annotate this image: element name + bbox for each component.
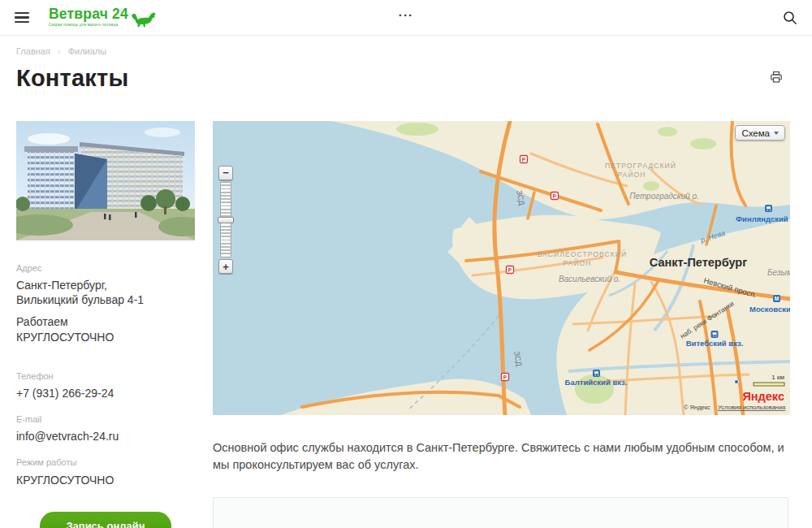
address-label: Адрес xyxy=(16,263,195,273)
zoom-in-button[interactable]: + xyxy=(218,259,233,274)
logo-title: Ветврач 24 xyxy=(49,7,128,22)
svg-text:Р: Р xyxy=(508,267,512,273)
map-label-island: Петроградский о. xyxy=(629,192,699,201)
svg-text:Васильевский о.: Васильевский о. xyxy=(559,275,620,283)
svg-text:М: М xyxy=(775,296,779,301)
svg-text:Р: Р xyxy=(503,374,508,380)
svg-text:РАЙОН: РАЙОН xyxy=(563,258,591,267)
schedule-label: Режим работы xyxy=(16,457,195,467)
print-icon[interactable] xyxy=(770,71,783,86)
map-canvas: Р Р Р Р xyxy=(213,121,790,415)
breadcrumb-separator: › xyxy=(58,46,61,56)
zoom-out-button[interactable]: − xyxy=(218,166,233,180)
contact-sidebar: Адрес Санкт-Петербург, Вилькицкий бульва… xyxy=(16,121,195,528)
rail-station-icon xyxy=(593,370,600,377)
phone-value: +7 (931) 266-29-24 xyxy=(16,386,195,400)
svg-text:Витебский вкз.: Витебский вкз. xyxy=(686,339,744,348)
svg-text:Р: Р xyxy=(522,157,526,162)
map-copyright: © Яндекс xyxy=(684,404,710,411)
svg-text:Балтийский вкз.: Балтийский вкз. xyxy=(565,378,628,387)
logo[interactable]: Ветврач 24 Скорая помощь для вашего пито… xyxy=(49,7,157,28)
chevron-down-icon xyxy=(774,132,779,135)
header: Ветврач 24 Скорая помощь для вашего пито… xyxy=(0,0,812,36)
svg-text:Московский: Московский xyxy=(749,305,790,314)
breadcrumb: Главная › Филиалы xyxy=(16,46,796,56)
office-description: Основной офис службы находится в Санкт-П… xyxy=(213,439,790,473)
schedule-value: КРУГЛОСУТОЧНО xyxy=(16,473,195,487)
svg-text:Р: Р xyxy=(553,193,557,199)
map-scale-label: 1 км xyxy=(771,374,784,381)
svg-text:РАЙОН: РАЙОН xyxy=(617,170,646,179)
yandex-map[interactable]: Р Р Р Р xyxy=(213,121,790,415)
phone-label: Телефон xyxy=(16,371,195,381)
zoom-slider[interactable] xyxy=(220,182,231,258)
rail-station-icon xyxy=(711,331,719,338)
breadcrumb-branches[interactable]: Филиалы xyxy=(68,46,107,56)
yandex-logo[interactable]: Яндекс xyxy=(742,390,784,403)
map-scale-bar xyxy=(754,383,784,386)
map-label-city: Санкт-Петербург xyxy=(650,256,748,269)
rail-station-icon xyxy=(765,205,772,212)
map-terms-link[interactable]: Условия использования xyxy=(718,404,785,411)
search-icon[interactable] xyxy=(783,11,797,25)
poi-dot xyxy=(734,379,738,383)
address-value: Санкт-Петербург, Вилькицкий бульвар 4-1 xyxy=(16,278,195,307)
contact-form-box xyxy=(213,497,788,528)
hamburger-menu-icon[interactable] xyxy=(15,12,29,24)
logo-tagline: Скорая помощь для вашего питомца xyxy=(49,24,128,28)
dog-icon xyxy=(131,9,157,28)
svg-text:Безымянный: Безымянный xyxy=(767,268,790,277)
map-label-district: ПЕТРОГРАДСКИЙ xyxy=(605,161,676,170)
office-photo xyxy=(16,121,195,240)
page-title: Контакты xyxy=(16,65,128,92)
online-booking-button[interactable]: Запись онлайн xyxy=(40,512,171,528)
map-label-station: Финляндский вкз. xyxy=(736,214,790,223)
worktime-value: Работаем КРУГЛОСУТОЧНО xyxy=(16,314,195,344)
email-label: E-mail xyxy=(16,414,195,424)
metro-station-icon: М xyxy=(773,295,780,302)
zoom-slider-handle[interactable] xyxy=(218,217,234,223)
svg-text:ВАСИЛЕОСТРОВСКИЙ: ВАСИЛЕОСТРОВСКИЙ xyxy=(538,249,627,258)
map-layer-button[interactable]: Схема xyxy=(735,125,785,141)
email-value[interactable]: info@vetvrach-24.ru xyxy=(16,429,195,444)
map-zoom-control: − + xyxy=(218,165,233,274)
breadcrumb-home[interactable]: Главная xyxy=(16,46,50,56)
